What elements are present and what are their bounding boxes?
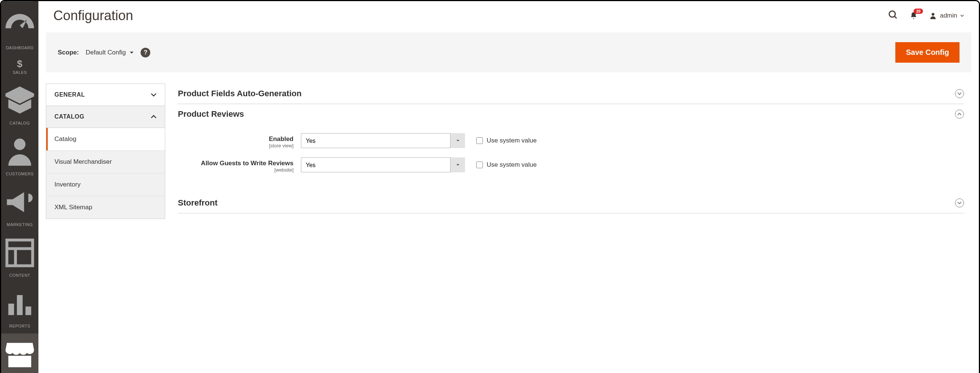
store-icon bbox=[3, 337, 37, 373]
search-icon[interactable] bbox=[888, 10, 898, 22]
nav-label: REPORTS bbox=[3, 324, 37, 328]
nav-item-content[interactable]: CONTENT bbox=[1, 232, 38, 283]
notifications-button[interactable]: 39 bbox=[910, 11, 918, 20]
svg-point-7 bbox=[889, 11, 895, 17]
section-product-fields-auto-generation[interactable]: Product Fields Auto-Generation bbox=[178, 84, 964, 104]
box-icon bbox=[3, 84, 37, 120]
nav-label: MARKETING bbox=[3, 222, 37, 227]
use-system-value-checkbox[interactable]: Use system value bbox=[476, 137, 537, 144]
expand-icon bbox=[955, 198, 964, 207]
scope-selector[interactable]: Default Config bbox=[86, 49, 134, 56]
tab-group-general[interactable]: GENERAL bbox=[46, 84, 165, 106]
megaphone-icon bbox=[3, 185, 37, 221]
svg-rect-4 bbox=[8, 304, 14, 315]
svg-line-8 bbox=[894, 16, 896, 19]
svg-point-0 bbox=[14, 139, 26, 150]
svg-rect-6 bbox=[25, 307, 31, 315]
field-label: Allow Guests to Write Reviews bbox=[178, 159, 293, 167]
nav-item-reports[interactable]: REPORTS bbox=[1, 283, 38, 333]
svg-point-9 bbox=[932, 13, 934, 16]
svg-rect-5 bbox=[17, 295, 22, 315]
nav-label: CONTENT bbox=[3, 273, 37, 277]
chevron-up-icon bbox=[151, 114, 157, 120]
field-scope: [store view] bbox=[178, 143, 293, 148]
nav-item-marketing[interactable]: MARKETING bbox=[1, 181, 38, 232]
nav-label: SALES bbox=[3, 70, 37, 75]
scope-label: Scope: bbox=[58, 49, 79, 56]
tab-inventory[interactable]: Inventory bbox=[46, 174, 165, 196]
nav-label: CUSTOMERS bbox=[3, 172, 37, 176]
collapse-icon bbox=[955, 110, 964, 119]
tab-visual-merchandiser[interactable]: Visual Merchandiser bbox=[46, 151, 165, 174]
svg-rect-1 bbox=[7, 240, 33, 266]
nav-label: CATALOG bbox=[3, 121, 37, 125]
gauge-icon bbox=[3, 8, 37, 44]
scope-bar: Scope: Default Config ? Save Config bbox=[46, 32, 971, 72]
notification-badge: 39 bbox=[914, 9, 923, 14]
help-icon[interactable]: ? bbox=[141, 48, 150, 57]
person-icon bbox=[3, 134, 37, 170]
section-storefront[interactable]: Storefront bbox=[178, 193, 964, 214]
field-label: Enabled bbox=[178, 135, 293, 143]
use-system-value-checkbox[interactable]: Use system value bbox=[476, 161, 537, 169]
field-allow-guests: Allow Guests to Write Reviews [website] … bbox=[178, 158, 964, 173]
chevron-down-icon bbox=[960, 14, 964, 18]
tab-xml-sitemap[interactable]: XML Sitemap bbox=[46, 196, 165, 218]
tab-group-catalog[interactable]: CATALOG bbox=[46, 106, 165, 128]
config-tabs: GENERAL CATALOG Catalog Visual Merchandi… bbox=[46, 84, 165, 219]
user-menu[interactable]: admin bbox=[929, 11, 964, 20]
nav-item-catalog[interactable]: CATALOG bbox=[1, 80, 38, 131]
field-enabled: Enabled [store view] Yes bbox=[178, 133, 964, 148]
nav-item-customers[interactable]: CUSTOMERS bbox=[1, 131, 38, 181]
nav-item-stores[interactable]: STORES bbox=[1, 333, 38, 373]
expand-icon bbox=[955, 89, 964, 98]
tab-catalog[interactable]: Catalog bbox=[46, 128, 165, 151]
bar-chart-icon bbox=[3, 287, 37, 322]
field-scope: [website] bbox=[178, 167, 293, 173]
nav-label: DASHBOARD bbox=[3, 46, 37, 50]
allow-guests-select[interactable]: Yes bbox=[301, 158, 465, 172]
section-product-reviews[interactable]: Product Reviews bbox=[178, 104, 964, 124]
user-name: admin bbox=[940, 12, 957, 19]
dollar-icon: $ bbox=[3, 59, 37, 69]
nav-item-dashboard[interactable]: DASHBOARD bbox=[1, 5, 38, 55]
chevron-down-icon bbox=[151, 92, 157, 98]
caret-down-icon bbox=[129, 50, 134, 55]
layout-icon bbox=[3, 236, 37, 271]
admin-nav-sidebar: DASHBOARD $ SALES CATALOG CUSTOMERS MARK… bbox=[1, 1, 38, 373]
save-config-button[interactable]: Save Config bbox=[895, 42, 959, 63]
enabled-select[interactable]: Yes bbox=[301, 133, 465, 148]
page-title: Configuration bbox=[53, 8, 133, 24]
nav-item-sales[interactable]: $ SALES bbox=[1, 55, 38, 80]
